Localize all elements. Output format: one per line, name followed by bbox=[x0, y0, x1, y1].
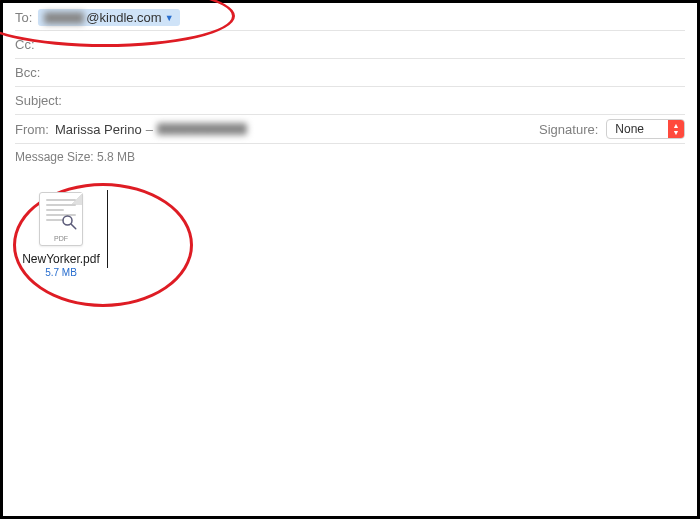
cc-label: Cc: bbox=[15, 37, 35, 52]
stepper-icon: ▲▼ bbox=[668, 119, 684, 139]
to-address-suffix: @kindle.com bbox=[86, 10, 161, 25]
message-size-value: 5.8 MB bbox=[97, 150, 135, 164]
message-body[interactable]: PDF NewYorker.pdf 5.7 MB bbox=[3, 172, 697, 298]
attachment-filename: NewYorker.pdf bbox=[22, 252, 100, 266]
chevron-down-icon[interactable]: ▼ bbox=[165, 13, 174, 23]
attachment[interactable]: PDF NewYorker.pdf 5.7 MB bbox=[21, 192, 101, 278]
to-field-row[interactable]: To: xxxx @kindle.com ▼ bbox=[15, 3, 685, 31]
text-cursor bbox=[107, 190, 108, 268]
message-size-row: Message Size: 5.8 MB bbox=[15, 144, 685, 172]
redacted-text: xxxx bbox=[44, 12, 84, 24]
signature-select[interactable]: None ▲▼ bbox=[606, 119, 685, 139]
message-size-label: Message Size: bbox=[15, 150, 94, 164]
signature-label: Signature: bbox=[539, 122, 598, 137]
redacted-text: xxxxxxxxx bbox=[157, 123, 247, 135]
pdf-file-icon: PDF bbox=[39, 192, 83, 246]
subject-field-row[interactable]: Subject: bbox=[15, 87, 685, 115]
attachment-size: 5.7 MB bbox=[45, 267, 77, 278]
from-label: From: bbox=[15, 122, 49, 137]
to-address-chip[interactable]: xxxx @kindle.com ▼ bbox=[38, 9, 179, 26]
bcc-label: Bcc: bbox=[15, 65, 40, 80]
from-name: Marissa Perino bbox=[55, 122, 142, 137]
to-label: To: bbox=[15, 10, 32, 25]
pdf-badge: PDF bbox=[40, 235, 82, 242]
signature-selected: None bbox=[607, 122, 668, 136]
svg-line-1 bbox=[71, 224, 76, 229]
from-separator: – bbox=[146, 122, 153, 137]
from-field-row: From: Marissa Perino – xxxxxxxxx Signatu… bbox=[15, 115, 685, 144]
svg-point-0 bbox=[63, 216, 72, 225]
bcc-field-row[interactable]: Bcc: bbox=[15, 59, 685, 87]
cc-field-row[interactable]: Cc: bbox=[15, 31, 685, 59]
subject-label: Subject: bbox=[15, 93, 62, 108]
preview-icon bbox=[60, 213, 78, 231]
